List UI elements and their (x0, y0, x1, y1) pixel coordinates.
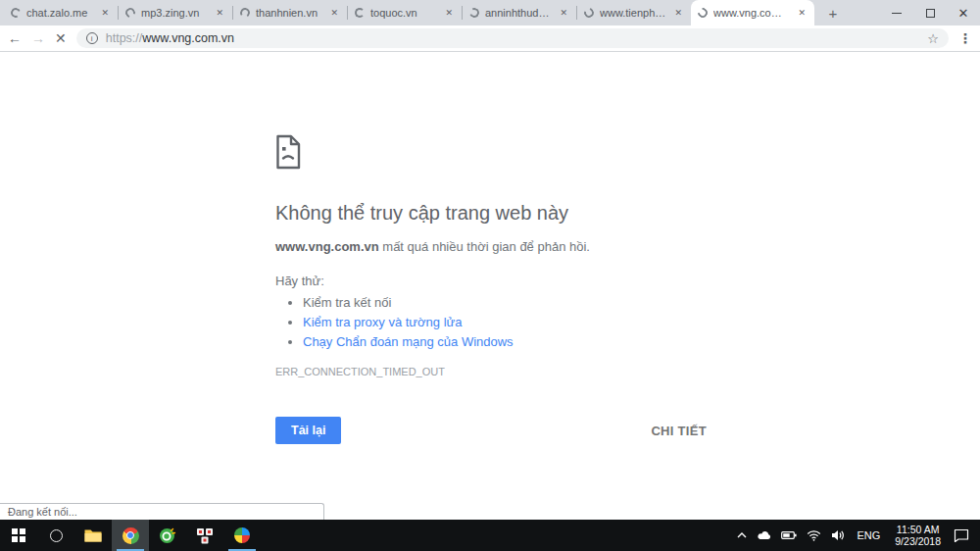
error-message: www.vng.com.vn mất quá nhiều thời gian đ… (275, 239, 707, 254)
tab-chat-zalo[interactable]: chat.zalo.me ✕ (4, 0, 118, 25)
chevron-up-icon (737, 531, 747, 539)
suggestions-label: Hãy thử: (275, 274, 707, 288)
tab-label: anninhthudo.vn (485, 7, 552, 19)
volume-icon (831, 529, 845, 541)
app-taskbar-button[interactable] (223, 520, 261, 551)
file-explorer-button[interactable] (74, 520, 112, 551)
folder-icon (84, 528, 102, 542)
window-controls: ✕ (880, 0, 980, 25)
bookmark-star-icon[interactable]: ☆ (927, 31, 939, 46)
error-code: ERR_CONNECTION_TIMED_OUT (275, 366, 707, 377)
browser-toolbar: ← → ✕ i https://www.vng.com.vn ☆ ⋮ (0, 25, 980, 52)
suggestion-check-proxy: Kiểm tra proxy và tường lửa (303, 315, 707, 329)
browser-menu-button[interactable]: ⋮ (958, 30, 972, 46)
tab-mp3-zing[interactable]: mp3.zing.vn ✕ (119, 0, 232, 25)
tab-close-icon[interactable]: ✕ (443, 7, 455, 20)
tab-label: chat.zalo.me (26, 7, 93, 19)
battery-icon (781, 529, 797, 541)
restore-button[interactable] (913, 0, 947, 25)
status-bubble: Đang kết nối... (0, 503, 324, 520)
sad-page-icon (275, 134, 301, 170)
tab-close-icon[interactable]: ✕ (99, 7, 111, 20)
minimize-button[interactable] (880, 0, 913, 25)
language-indicator[interactable]: ENG (850, 520, 887, 551)
cortana-circle-icon (50, 529, 63, 542)
loading-spinner-icon (468, 7, 481, 20)
system-tray: ENG 11:50 AM 9/23/2018 (732, 520, 980, 551)
loading-spinner-icon (239, 7, 251, 19)
page-content: Không thể truy cập trang web này www.vng… (0, 53, 980, 520)
loading-spinner-icon (10, 7, 23, 20)
page-info-icon[interactable]: i (86, 32, 98, 44)
battery-tray-button[interactable] (776, 520, 802, 551)
tab-vng-active[interactable]: www.vng.com.vn ✕ (691, 0, 814, 25)
suggestions-list: Kiểm tra kết nối Kiểm tra proxy và tường… (303, 295, 707, 349)
start-button[interactable] (0, 520, 37, 551)
loading-spinner-icon (696, 6, 710, 20)
error-actions: Tải lại CHI TIẾT (275, 417, 707, 444)
tab-label: thanhnien.vn (256, 7, 322, 19)
app-icon (234, 527, 250, 543)
tab-label: toquoc.vn (370, 7, 437, 19)
onedrive-tray-button[interactable] (752, 520, 776, 551)
chrome-icon (122, 527, 139, 544)
unikey-taskbar-button[interactable] (186, 520, 223, 551)
clock[interactable]: 11:50 AM 9/23/2018 (887, 524, 949, 547)
chrome-taskbar-button[interactable] (112, 520, 149, 551)
tab-close-icon[interactable]: ✕ (558, 7, 569, 20)
coccoc-taskbar-button[interactable] (149, 520, 186, 551)
network-tray-button[interactable] (802, 520, 826, 551)
suggestion-check-connection: Kiểm tra kết nối (303, 295, 707, 310)
error-container: Không thể truy cập trang web này www.vng… (275, 53, 707, 444)
window-close-button[interactable]: ✕ (947, 0, 980, 25)
loading-spinner-icon (355, 8, 365, 18)
coccoc-icon (159, 526, 176, 544)
tab-close-icon[interactable]: ✕ (796, 7, 808, 20)
volume-tray-button[interactable] (826, 520, 850, 551)
tab-close-icon[interactable]: ✕ (672, 7, 684, 20)
clock-date: 9/23/2018 (895, 535, 941, 547)
taskbar: ENG 11:50 AM 9/23/2018 (0, 520, 980, 551)
url-scheme: https:// (106, 31, 143, 45)
proxy-link[interactable]: Kiểm tra proxy và tường lửa (303, 315, 463, 329)
loading-spinner-icon (582, 6, 596, 20)
tab-label: www.tienphong.vn (600, 7, 666, 19)
error-message-rest: mất quá nhiều thời gian để phản hồi. (379, 239, 590, 254)
minimize-icon (892, 13, 902, 14)
tab-toquoc[interactable]: toquoc.vn ✕ (348, 0, 462, 25)
error-title: Không thể truy cập trang web này (275, 202, 707, 225)
back-button[interactable]: ← (8, 31, 22, 45)
tab-label: mp3.zing.vn (141, 7, 208, 19)
action-center-button[interactable] (949, 520, 974, 551)
suggestion-run-diagnostics: Chạy Chẩn đoán mạng của Windows (303, 334, 707, 349)
forward-button[interactable]: → (31, 31, 45, 45)
tab-close-icon[interactable]: ✕ (214, 7, 225, 20)
cloud-icon (757, 530, 771, 540)
tab-anninhthudo[interactable]: anninhthudo.vn ✕ (463, 0, 576, 25)
details-button[interactable]: CHI TIẾT (651, 424, 707, 438)
unikey-keyboard-icon (196, 527, 214, 544)
tray-expand-button[interactable] (732, 520, 752, 551)
cortana-search-button[interactable] (37, 520, 74, 551)
error-domain: www.vng.com.vn (275, 239, 379, 254)
wifi-icon (807, 529, 821, 541)
tab-strip: chat.zalo.me ✕ mp3.zing.vn ✕ thanhnien.v… (0, 0, 980, 25)
new-tab-button[interactable]: + (820, 0, 846, 25)
tab-label: www.vng.com.vn (713, 7, 790, 19)
clock-time: 11:50 AM (895, 524, 941, 535)
diagnostics-link[interactable]: Chạy Chẩn đoán mạng của Windows (303, 334, 514, 349)
reload-button[interactable]: Tải lại (275, 417, 341, 444)
url-host: www.vng.com.vn (142, 31, 234, 45)
windows-logo-icon (12, 528, 25, 542)
url-text: https://www.vng.com.vn (106, 31, 234, 45)
tab-close-icon[interactable]: ✕ (328, 7, 340, 20)
address-bar[interactable]: i https://www.vng.com.vn ☆ (76, 28, 949, 48)
loading-spinner-icon (123, 6, 137, 20)
tab-thanhnien[interactable]: thanhnien.vn ✕ (233, 0, 347, 25)
restore-icon (926, 9, 935, 18)
action-center-icon (954, 528, 969, 542)
stop-button[interactable]: ✕ (55, 31, 67, 45)
tab-tienphong[interactable]: www.tienphong.vn ✕ (577, 0, 691, 25)
